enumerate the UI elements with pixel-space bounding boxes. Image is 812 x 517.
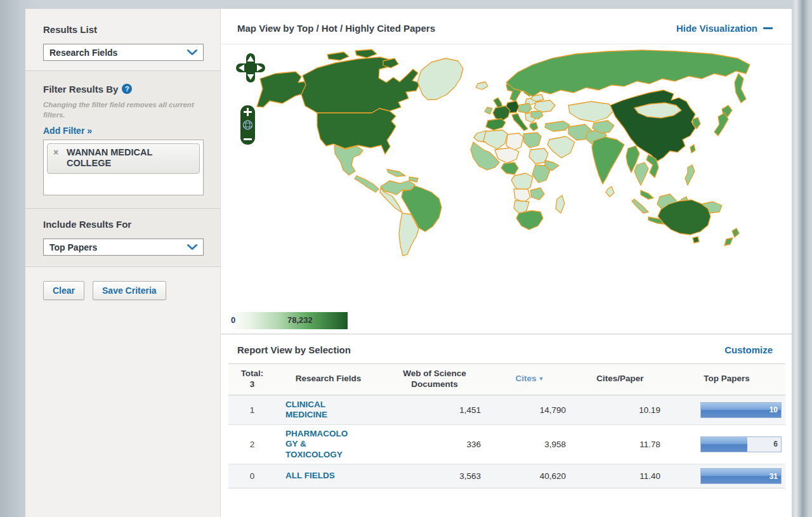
- region-algeria[interactable]: [483, 130, 508, 149]
- region-spain[interactable]: [486, 119, 506, 130]
- research-field-link[interactable]: CLINICAL MEDICINE: [285, 400, 353, 421]
- column-header-wos-documents[interactable]: Web of Science Documents: [381, 369, 488, 390]
- region-ukraine[interactable]: [534, 100, 555, 112]
- map-pan-control[interactable]: [236, 53, 265, 82]
- region-arctic-island[interactable]: [355, 49, 377, 58]
- cites-cell: 14,790: [488, 405, 571, 415]
- cites-per-paper-cell: 11.78: [571, 440, 669, 449]
- active-filters-box: × WANNAN MEDICAL COLLEGE: [43, 140, 204, 195]
- clear-button[interactable]: Clear: [43, 281, 84, 300]
- top-papers-bar: 10: [700, 402, 782, 418]
- region-zambia[interactable]: [530, 188, 544, 200]
- column-header-total: Total: 3: [228, 369, 276, 390]
- region-nigeria[interactable]: [501, 162, 518, 174]
- minimize-icon: [763, 27, 773, 29]
- legend-max-value: 78,232: [287, 315, 313, 325]
- region-arctic-island[interactable]: [327, 52, 349, 60]
- column-header-cites[interactable]: Cites▼: [488, 374, 571, 384]
- region-iceland[interactable]: [476, 82, 488, 89]
- rank-cell: 2: [228, 440, 276, 449]
- research-field-link[interactable]: PHARMACOLOGY & TOXICOLOGY: [285, 429, 353, 460]
- table-row: 2 PHARMACOLOGY & TOXICOLOGY 336 3,958 11…: [228, 424, 785, 464]
- region-sahel[interactable]: [495, 148, 519, 163]
- results-list-heading: Results List: [43, 24, 204, 35]
- sort-desc-icon: ▼: [539, 376, 544, 382]
- region-cuba[interactable]: [387, 169, 405, 176]
- choropleth-legend: 0 78,232: [228, 312, 348, 329]
- region-india[interactable]: [592, 137, 624, 184]
- region-china[interactable]: [610, 90, 695, 161]
- region-south-africa[interactable]: [516, 211, 543, 230]
- filter-chip[interactable]: × WANNAN MEDICAL COLLEGE: [47, 143, 200, 174]
- filter-chip-label: WANNAN MEDICAL COLLEGE: [67, 147, 182, 168]
- filter-section: Filter Results By? Changing the filter f…: [25, 71, 220, 209]
- region-russia[interactable]: [506, 50, 750, 96]
- save-criteria-button[interactable]: Save Criteria: [93, 281, 166, 300]
- region-madagascar[interactable]: [556, 195, 565, 213]
- region-greece[interactable]: [530, 122, 538, 131]
- actions-section: Clear Save Criteria: [25, 267, 220, 315]
- hide-visualization-link[interactable]: Hide Visualization: [676, 23, 773, 34]
- esi-app-window: Results List Research Fields Filter Resu…: [25, 9, 792, 517]
- region-mexico[interactable]: [334, 145, 363, 175]
- zoom-out-icon[interactable]: [244, 138, 252, 140]
- region-saudi-arabia[interactable]: [547, 136, 575, 158]
- region-japan[interactable]: [714, 113, 728, 136]
- region-new-zealand[interactable]: [724, 228, 739, 245]
- include-results-section: Include Results For Top Papers: [25, 209, 220, 267]
- region-hispaniola[interactable]: [409, 177, 418, 182]
- chevron-down-icon: [187, 49, 197, 56]
- region-kamchatka[interactable]: [735, 74, 746, 103]
- research-field-link[interactable]: ALL FIELDS: [285, 471, 353, 481]
- wos-docs-cell: 1,451: [381, 405, 488, 415]
- region-poland[interactable]: [518, 103, 532, 113]
- cites-cell: 3,958: [488, 440, 571, 449]
- region-malaysia[interactable]: [641, 190, 653, 199]
- include-results-dropdown[interactable]: Top Papers: [43, 239, 204, 256]
- filter-note: Changing the filter field removes all cu…: [43, 100, 195, 120]
- region-greenland[interactable]: [417, 58, 463, 100]
- cites-cell: 40,620: [488, 471, 571, 481]
- report-title: Report View by Selection: [237, 344, 351, 355]
- column-header-cites-per-paper[interactable]: Cites/Paper: [571, 374, 669, 384]
- world-choropleth-map[interactable]: [221, 46, 789, 315]
- region-turkey[interactable]: [545, 121, 570, 131]
- region-kazakhstan[interactable]: [568, 101, 614, 122]
- map-zoom-control[interactable]: [240, 105, 255, 145]
- cites-per-paper-cell: 10.19: [571, 405, 669, 415]
- region-thailand[interactable]: [634, 162, 648, 185]
- map-header: Map View by Top / Hot / Highly Cited Pap…: [221, 9, 792, 44]
- region-philippines[interactable]: [685, 165, 695, 185]
- rank-cell: 1: [228, 405, 276, 415]
- map-view: 0 78,232: [221, 44, 792, 334]
- region-taiwan[interactable]: [690, 145, 695, 153]
- region-sumatra[interactable]: [632, 199, 648, 213]
- table-row: 0 ALL FIELDS 3,563 40,620 11.40 31: [228, 464, 785, 488]
- column-header-top-papers[interactable]: Top Papers: [669, 374, 784, 384]
- top-papers-bar: 6: [700, 436, 782, 452]
- cites-per-paper-cell: 11.40: [571, 471, 669, 481]
- region-canada[interactable]: [301, 57, 420, 113]
- legend-min-value: 0: [231, 315, 235, 325]
- results-list-section: Results List Research Fields: [25, 9, 220, 71]
- include-results-heading: Include Results For: [43, 219, 204, 230]
- results-list-selected: Research Fields: [49, 48, 117, 58]
- add-filter-link[interactable]: Add Filter »: [43, 126, 92, 136]
- main-panel: Map View by Top / Hot / Highly Cited Pap…: [221, 9, 792, 517]
- chevron-down-icon: [187, 244, 197, 251]
- help-icon[interactable]: ?: [122, 84, 132, 94]
- remove-filter-icon[interactable]: ×: [53, 148, 58, 157]
- filter-heading: Filter Results By?: [43, 84, 204, 95]
- report-table: Total: 3 Research Fields Web of Science …: [228, 363, 785, 488]
- results-list-dropdown[interactable]: Research Fields: [43, 44, 204, 61]
- top-papers-bar: 31: [700, 468, 782, 484]
- region-egypt[interactable]: [523, 133, 541, 148]
- column-header-research-fields[interactable]: Research Fields: [276, 374, 381, 384]
- region-ireland[interactable]: [485, 107, 492, 114]
- region-sri-lanka[interactable]: [606, 187, 614, 197]
- customize-link[interactable]: Customize: [724, 344, 773, 355]
- sidebar: Results List Research Fields Filter Resu…: [25, 9, 221, 517]
- region-tasmania[interactable]: [693, 237, 699, 243]
- region-east-africa[interactable]: [532, 165, 550, 183]
- region-central-america[interactable]: [355, 176, 379, 192]
